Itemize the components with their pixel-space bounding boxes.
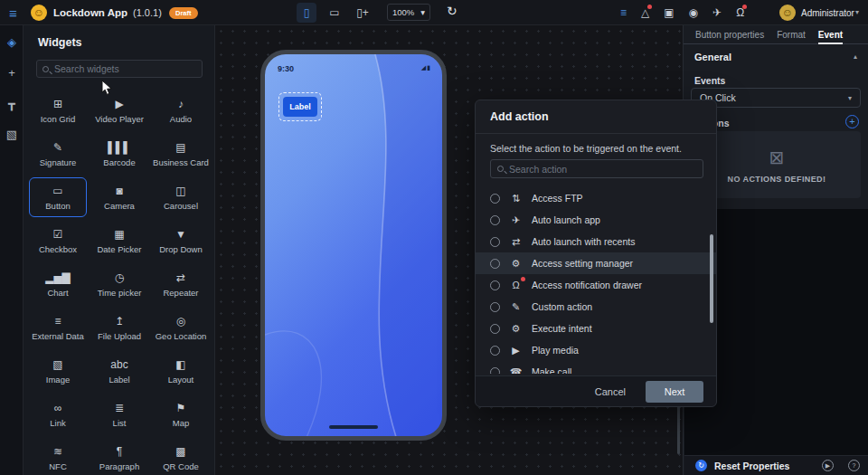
reset-icon[interactable]: ↻ [695, 460, 707, 471]
nfc-icon: ≋ [53, 445, 62, 459]
action-custom-action[interactable]: ✎Custom action [476, 296, 716, 318]
save-icon[interactable]: ▣ [664, 7, 674, 18]
access-setting-manager-icon: ⚙ [509, 258, 523, 270]
reset-properties-button[interactable]: Reset Properties [714, 461, 789, 471]
help-icon[interactable]: ? [848, 460, 860, 471]
action-play-media[interactable]: ▶Play media [476, 339, 716, 361]
button-widget[interactable]: Label [283, 97, 317, 117]
widget-checkbox[interactable]: ☑Checkbox [29, 221, 87, 261]
device-phone-icon[interactable]: ▯ [297, 3, 316, 23]
status-badge: Draft [169, 7, 198, 19]
widget-paragraph[interactable]: ¶Paragraph [90, 438, 148, 475]
widget-map[interactable]: ⚑Map [152, 394, 210, 434]
widget-button[interactable]: ▭Button [29, 177, 87, 217]
widget-geo-location[interactable]: ◎Geo Location [152, 308, 210, 347]
widget-link[interactable]: ∞Link [29, 394, 87, 434]
canvas-scrollbar[interactable] [677, 400, 680, 454]
properties-tabs: Button propertiesFormatEvent [684, 25, 868, 44]
radio-icon[interactable] [490, 324, 500, 334]
widget-repeater[interactable]: ⇄Repeater [152, 264, 210, 304]
avatar[interactable]: ☺ [779, 5, 796, 21]
radio-icon[interactable] [490, 215, 500, 225]
widget-audio[interactable]: ♪Audio [152, 90, 210, 130]
widget-carousel[interactable]: ◫Carousel [152, 177, 210, 217]
widget-qr-code[interactable]: ▩QR Code [152, 438, 210, 475]
widget-label[interactable]: abcLabel [90, 351, 148, 391]
widget-file-upload[interactable]: ↥File Upload [90, 308, 148, 347]
rotate-device-icon[interactable]: ↻ [447, 4, 458, 18]
action-auto-launch-with-recents[interactable]: ⇄Auto launch with recents [476, 231, 716, 252]
run-icon[interactable]: ▶ [822, 460, 834, 471]
tab-button-properties[interactable]: Button properties [695, 25, 764, 44]
widgets-panel-title: Widgets [38, 36, 82, 49]
widget-image[interactable]: ▧Image [29, 351, 87, 391]
next-button[interactable]: Next [646, 381, 703, 403]
widget-barcode[interactable]: ▌▌▌Barcode [90, 134, 148, 174]
tab-format[interactable]: Format [777, 25, 806, 44]
widget-label: Carousel [164, 201, 198, 211]
add-page-icon[interactable]: + [0, 60, 24, 87]
tab-event[interactable]: Event [818, 25, 843, 44]
action-search-input[interactable] [509, 164, 696, 175]
action-access-setting-manager[interactable]: ⚙Access setting manager [476, 252, 716, 274]
widget-chart[interactable]: ▂▅▇Chart [29, 264, 87, 304]
widget-business-card[interactable]: ▤Business Card [152, 134, 210, 174]
collapse-chevron-icon[interactable]: ▴ [854, 52, 857, 61]
radio-icon[interactable] [490, 302, 500, 312]
events-label: Events [694, 75, 725, 86]
radio-icon[interactable] [490, 367, 500, 375]
action-access-ftp[interactable]: ⇅Access FTP [476, 187, 716, 209]
widget-signature[interactable]: ✎Signature [29, 134, 87, 174]
notifications-bell-icon[interactable]: Ω [736, 7, 744, 18]
page-hierarchy-icon[interactable]: ┳ [0, 90, 24, 118]
chevron-down-icon[interactable]: ▾ [855, 8, 859, 16]
widgets-panel-icon[interactable]: ◈ [0, 29, 24, 56]
publish-icon[interactable]: ✈ [712, 7, 722, 18]
auto-launch-app-icon: ✈ [509, 214, 523, 226]
empty-box-icon: ⊠ [769, 147, 785, 168]
device-tablet-icon[interactable]: ▭ [325, 3, 344, 23]
widget-search-input[interactable] [54, 63, 196, 74]
widget-video-player[interactable]: ▶Video Player [90, 90, 148, 130]
action-execute-intent[interactable]: ⚙Execute intent [476, 318, 716, 339]
widget-list[interactable]: ≣List [90, 394, 148, 434]
signature-icon: ✎ [53, 141, 62, 155]
widget-drop-down[interactable]: ▼Drop Down [152, 221, 210, 261]
cancel-button[interactable]: Cancel [595, 386, 626, 397]
radio-icon[interactable] [490, 280, 500, 290]
radio-icon[interactable] [490, 346, 500, 356]
widget-date-picker[interactable]: ▦Date Picker [90, 221, 148, 261]
widget-label: Chart [47, 288, 68, 298]
widget-grid: ⊞Icon Grid▶Video Player♪Audio✎Signature▌… [27, 89, 212, 475]
widget-layout[interactable]: ◧Layout [152, 351, 210, 391]
action-auto-launch-app[interactable]: ✈Auto launch app [476, 209, 716, 231]
app-title: Lockdown App [53, 7, 127, 18]
list-icon: ≣ [115, 402, 124, 415]
zoom-level-dropdown[interactable]: 100% ▾ [387, 4, 430, 21]
outline-list-icon[interactable]: ≡ [620, 7, 627, 18]
action-make-call[interactable]: ☎Make call [476, 361, 716, 374]
widget-icon-grid[interactable]: ⊞Icon Grid [29, 90, 87, 130]
modal-scrollbar[interactable] [710, 234, 713, 323]
radio-icon[interactable] [490, 237, 500, 247]
media-library-icon[interactable]: ▧ [0, 121, 24, 148]
device-phone-add-icon[interactable]: ▯+ [353, 3, 373, 23]
search-icon [42, 66, 49, 72]
menu-icon[interactable]: ≡ [9, 5, 17, 21]
alerts-triangle-icon[interactable]: △ [641, 7, 649, 18]
widget-nfc[interactable]: ≋NFC [29, 438, 87, 475]
preview-eye-icon[interactable]: ◉ [689, 7, 698, 18]
action-access-notification-drawer[interactable]: ΩAccess notification drawer [476, 274, 716, 296]
widget-camera[interactable]: ◙Camera [90, 177, 148, 217]
action-label: Play media [532, 345, 579, 356]
widget-time-picker[interactable]: ◷Time picker [90, 264, 148, 304]
selected-button-widget[interactable]: Label [278, 92, 322, 121]
widget-label: Checkbox [39, 244, 77, 254]
radio-icon[interactable] [490, 194, 500, 204]
action-label: Auto launch app [532, 214, 600, 225]
widget-label: Audio [170, 114, 192, 124]
radio-icon[interactable] [490, 259, 500, 269]
user-menu[interactable]: Administrator [801, 8, 854, 18]
add-action-button[interactable]: + [845, 115, 859, 128]
widget-external-data[interactable]: ≡External Data [29, 308, 87, 347]
